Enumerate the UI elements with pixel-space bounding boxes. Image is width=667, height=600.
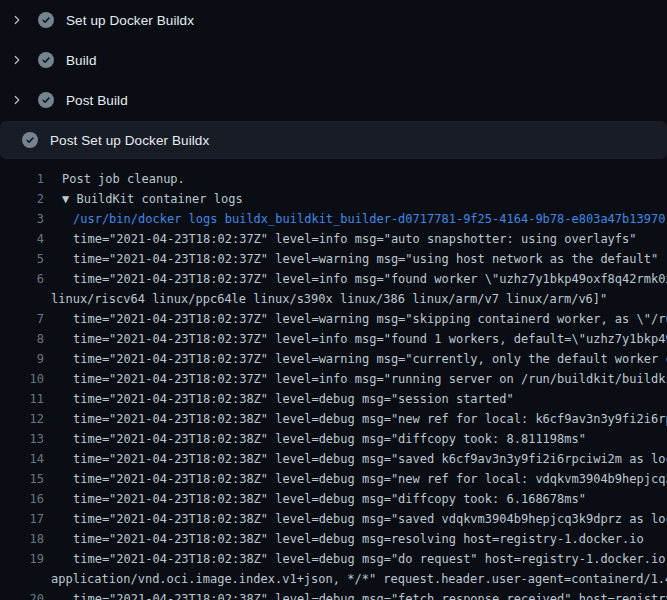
log-line: 7 time="2021-04-23T18:02:37Z" level=warn… <box>0 309 667 329</box>
step-list: Set up Docker Buildx Build Post Build <box>0 0 667 159</box>
check-circle-icon <box>22 132 38 148</box>
log-line: 4 time="2021-04-23T18:02:37Z" level=info… <box>0 229 667 249</box>
log-line: 5 time="2021-04-23T18:02:37Z" level=warn… <box>0 249 667 269</box>
log-line: 10 time="2021-04-23T18:02:37Z" level=inf… <box>0 369 667 389</box>
step-label: Post Build <box>66 93 128 108</box>
line-number[interactable]: 16 <box>0 489 44 509</box>
log-text: time="2021-04-23T18:02:38Z" level=debug … <box>44 549 667 569</box>
log-line: 16 time="2021-04-23T18:02:38Z" level=deb… <box>0 489 667 509</box>
step-label: Build <box>66 53 97 68</box>
log-line: 14 time="2021-04-23T18:02:38Z" level=deb… <box>0 449 667 469</box>
log-line: 1 Post job cleanup. <box>0 169 667 189</box>
log-line: 13 time="2021-04-23T18:02:38Z" level=deb… <box>0 429 667 449</box>
log-text: /usr/bin/docker logs buildx_buildkit_bui… <box>44 209 665 229</box>
log-text: time="2021-04-23T18:02:38Z" level=debug … <box>44 449 667 469</box>
log-text: time="2021-04-23T18:02:38Z" level=debug … <box>44 529 644 549</box>
check-circle-icon <box>38 12 54 28</box>
line-number[interactable]: 2 <box>0 189 44 209</box>
line-number[interactable] <box>0 289 44 309</box>
log-text: time="2021-04-23T18:02:38Z" level=debug … <box>44 509 667 529</box>
log-text: Post job cleanup. <box>44 169 185 189</box>
log-line: 2 ▼ BuildKit container logs <box>0 189 667 209</box>
check-circle-icon <box>38 92 54 108</box>
line-number[interactable]: 14 <box>0 449 44 469</box>
line-number[interactable]: 11 <box>0 389 44 409</box>
step-label: Set up Docker Buildx <box>66 13 194 28</box>
line-number[interactable]: 19 <box>0 549 44 569</box>
log-text: time="2021-04-23T18:02:37Z" level=warnin… <box>44 309 667 329</box>
log-text: time="2021-04-23T18:02:37Z" level=info m… <box>44 369 667 389</box>
step-label: Post Set up Docker Buildx <box>50 133 209 148</box>
step-header[interactable]: Build <box>0 40 667 80</box>
step-header[interactable]: Post Build <box>0 80 667 120</box>
log-text[interactable]: ▼ BuildKit container logs <box>44 189 243 209</box>
line-number[interactable]: 4 <box>0 229 44 249</box>
line-number[interactable]: 17 <box>0 509 44 529</box>
log-line: 6 time="2021-04-23T18:02:37Z" level=info… <box>0 269 667 289</box>
log-line: 9 time="2021-04-23T18:02:37Z" level=warn… <box>0 349 667 369</box>
step-header[interactable]: Post Set up Docker Buildx <box>0 121 667 159</box>
log-line: 15 time="2021-04-23T18:02:38Z" level=deb… <box>0 469 667 489</box>
line-number[interactable]: 9 <box>0 349 44 369</box>
log-line: linux/riscv64 linux/ppc64le linux/s390x … <box>0 289 667 309</box>
log-text: linux/riscv64 linux/ppc64le linux/s390x … <box>44 289 607 309</box>
log-line: 8 time="2021-04-23T18:02:37Z" level=info… <box>0 329 667 349</box>
line-number[interactable]: 10 <box>0 369 44 389</box>
log-line: 20 time="2021-04-23T18:02:38Z" level=deb… <box>0 589 667 600</box>
log-text: time="2021-04-23T18:02:37Z" level=info m… <box>44 229 637 249</box>
line-number[interactable]: 13 <box>0 429 44 449</box>
line-number[interactable]: 20 <box>0 589 44 600</box>
line-number[interactable]: 15 <box>0 469 44 489</box>
log-text: time="2021-04-23T18:02:38Z" level=debug … <box>44 429 586 449</box>
log-line: 17 time="2021-04-23T18:02:38Z" level=deb… <box>0 509 667 529</box>
line-number[interactable]: 3 <box>0 209 44 229</box>
line-number[interactable]: 6 <box>0 269 44 289</box>
log-text: time="2021-04-23T18:02:37Z" level=info m… <box>44 269 667 289</box>
line-number[interactable] <box>0 569 44 589</box>
chevron-right-icon <box>9 92 25 108</box>
chevron-right-icon <box>9 12 25 28</box>
workflow-log-viewer: Set up Docker Buildx Build Post Build <box>0 0 667 600</box>
line-number[interactable]: 1 <box>0 169 44 189</box>
log-line: 3 /usr/bin/docker logs buildx_buildkit_b… <box>0 209 667 229</box>
log-line: application/vnd.oci.image.index.v1+json,… <box>0 569 667 589</box>
log-text: application/vnd.oci.image.index.v1+json,… <box>44 569 667 589</box>
line-number[interactable]: 8 <box>0 329 44 349</box>
log-text: time="2021-04-23T18:02:38Z" level=debug … <box>44 489 586 509</box>
log-line: 12 time="2021-04-23T18:02:38Z" level=deb… <box>0 409 667 429</box>
log-line: 19 time="2021-04-23T18:02:38Z" level=deb… <box>0 549 667 569</box>
log-text: time="2021-04-23T18:02:37Z" level=warnin… <box>44 349 667 369</box>
log-text: time="2021-04-23T18:02:38Z" level=debug … <box>44 389 514 409</box>
line-number[interactable]: 7 <box>0 309 44 329</box>
line-number[interactable]: 5 <box>0 249 44 269</box>
step-header[interactable]: Set up Docker Buildx <box>0 0 667 40</box>
log-text: time="2021-04-23T18:02:38Z" level=debug … <box>44 469 667 489</box>
log-lines: 1 Post job cleanup. 2 ▼ BuildKit contain… <box>0 160 667 600</box>
line-number[interactable]: 18 <box>0 529 44 549</box>
log-text: time="2021-04-23T18:02:38Z" level=debug … <box>44 589 667 600</box>
log-text: time="2021-04-23T18:02:37Z" level=info m… <box>44 329 667 349</box>
log-text: time="2021-04-23T18:02:38Z" level=debug … <box>44 409 667 429</box>
line-number[interactable]: 12 <box>0 409 44 429</box>
log-text: time="2021-04-23T18:02:37Z" level=warnin… <box>44 249 658 269</box>
chevron-right-icon <box>9 52 25 68</box>
check-circle-icon <box>38 52 54 68</box>
log-line: 11 time="2021-04-23T18:02:38Z" level=deb… <box>0 389 667 409</box>
log-line: 18 time="2021-04-23T18:02:38Z" level=deb… <box>0 529 667 549</box>
